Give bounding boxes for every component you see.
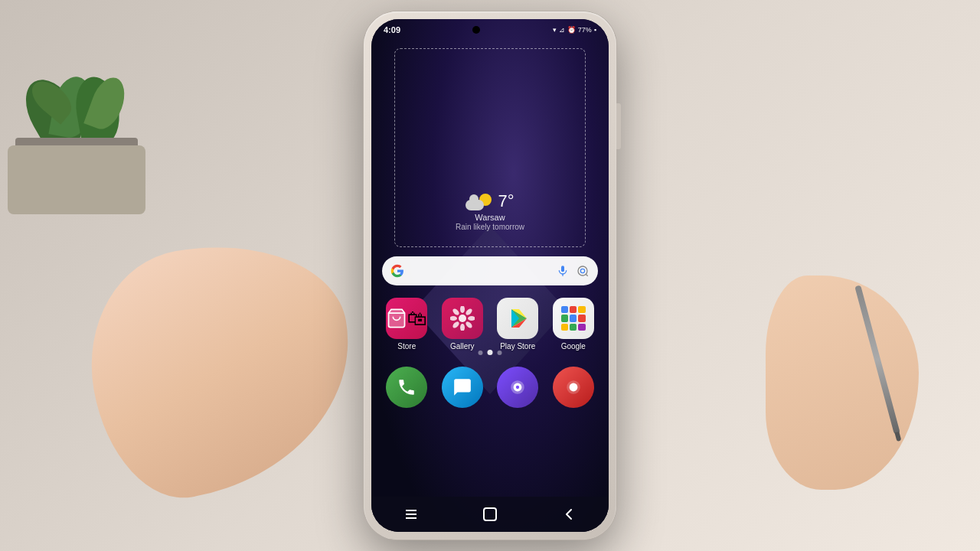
svg-point-13 [450, 316, 457, 321]
svg-point-10 [465, 321, 473, 329]
svg-point-6 [459, 315, 466, 322]
app-item-google[interactable]: Google [547, 298, 599, 350]
plant-decoration [0, 0, 176, 214]
svg-point-11 [460, 324, 465, 331]
google-label: Google [561, 342, 586, 350]
temperature: 7° [498, 191, 514, 211]
app-item-store[interactable]: Store [381, 298, 433, 350]
battery-level: 77% [578, 26, 592, 34]
svg-line-4 [586, 274, 588, 276]
gallery-label: Gallery [450, 342, 475, 350]
status-icons: ▾ ⊿ ⏰ 77% ▪ [553, 26, 596, 34]
store-icon[interactable] [386, 298, 427, 339]
alarm-icon: ⏰ [567, 26, 576, 34]
google-lens-icon[interactable] [575, 263, 590, 279]
camera-hole [472, 26, 480, 34]
svg-rect-27 [484, 508, 496, 520]
weather-widget[interactable]: 7° Warsaw Rain likely tomorrow [456, 191, 524, 231]
svg-point-9 [468, 316, 475, 321]
svg-point-21 [516, 386, 519, 389]
search-bar[interactable] [382, 256, 598, 285]
gallery-icon[interactable] [442, 298, 483, 339]
navigation-bar [371, 497, 609, 532]
chat-icon[interactable] [442, 367, 483, 408]
page-dot-2[interactable] [498, 350, 502, 355]
app-row: Store [379, 298, 601, 350]
app-item-playstore[interactable]: Play Store [492, 298, 544, 350]
dock-row [379, 367, 601, 408]
status-bar: 4:09 ▾ ⊿ ⏰ 77% ▪ [371, 19, 609, 41]
cloud-shape [466, 200, 484, 210]
dock-item-recorder[interactable] [547, 367, 599, 408]
status-time: 4:09 [384, 25, 400, 34]
playstore-icon[interactable] [497, 298, 538, 339]
weather-icon [466, 192, 492, 210]
svg-rect-0 [561, 266, 564, 272]
dock-item-phone[interactable] [381, 367, 433, 408]
dock-item-chat[interactable] [436, 367, 488, 408]
phone-screen: 4:09 ▾ ⊿ ⏰ 77% ▪ [371, 19, 609, 532]
svg-point-8 [465, 308, 473, 316]
svg-point-3 [580, 269, 584, 272]
recorder-icon[interactable] [553, 367, 594, 408]
google-g-svg [390, 264, 404, 278]
google-grid [561, 306, 586, 331]
playstore-label: Play Store [500, 342, 535, 350]
weather-description: Rain likely tomorrow [456, 223, 524, 231]
svg-point-12 [452, 321, 460, 329]
nova-icon[interactable] [497, 367, 538, 408]
app-item-gallery[interactable]: Gallery [436, 298, 488, 350]
store-label: Store [397, 342, 416, 350]
back-button[interactable] [552, 497, 586, 531]
dock-item-nova[interactable] [492, 367, 544, 408]
svg-point-7 [460, 306, 465, 313]
phone-icon[interactable] [386, 367, 427, 408]
google-app-icon[interactable] [553, 298, 594, 339]
svg-point-14 [452, 308, 460, 316]
phone-case: 4:09 ▾ ⊿ ⏰ 77% ▪ [364, 11, 616, 540]
signal-icon: ⊿ [559, 26, 565, 34]
phone: 4:09 ▾ ⊿ ⏰ 77% ▪ [364, 11, 616, 540]
page-dot-1[interactable] [488, 350, 493, 355]
svg-point-23 [569, 383, 577, 392]
google-logo [390, 263, 405, 279]
wifi-icon: ▾ [553, 26, 557, 34]
city: Warsaw [456, 213, 524, 222]
page-dot-0[interactable] [479, 350, 483, 355]
recents-button[interactable] [394, 497, 428, 531]
home-button[interactable] [473, 497, 507, 531]
page-dots [479, 350, 502, 355]
microphone-icon[interactable] [555, 263, 570, 279]
battery-icon: ▪ [594, 26, 596, 34]
widget-area: 7° Warsaw Rain likely tomorrow [394, 48, 586, 247]
